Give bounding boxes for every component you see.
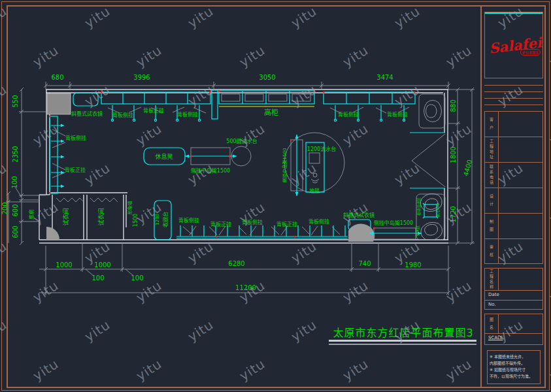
dim-top-3474: 3474 (376, 74, 393, 81)
label-carpet: 地毯 (309, 188, 320, 194)
logo-cyan-strip (485, 12, 543, 14)
island-rack-bottom (369, 228, 422, 239)
corner-sofa-top-right (419, 94, 445, 128)
project-label: 工程名称 (485, 269, 499, 290)
label-side-hang-4: 背板侧挂 (387, 111, 408, 118)
project-cell: 工程名称 Date No. (484, 268, 543, 310)
divider (484, 85, 543, 86)
no-label: No. (488, 302, 496, 307)
label-image-wall: 形象墙 (127, 201, 133, 215)
label-round-table-500: 500圆流水台 (226, 138, 257, 144)
dim-top-3996: 3996 (133, 74, 150, 81)
dim-right-880: 880 (450, 99, 457, 112)
label-fitting-room-2: 试衣间 (97, 208, 105, 225)
label-reception: 接待洽谈区 (416, 197, 422, 216)
label-island-bottom: 侧挂中岛架1500 (374, 220, 413, 226)
cad-floorplan-page: { "watermark": { "text": "yitu" }, "draw… (0, 0, 551, 392)
dim-bottom-100b: 100 (131, 274, 143, 282)
label-front-hang-1: 背板正挂 (143, 107, 164, 114)
label-tall-cabinet: 高柜 (264, 108, 278, 117)
dim-left-2350: 2350 (12, 146, 19, 162)
dim-bottom-6280: 6280 (228, 260, 244, 267)
info-row: 客 户 (485, 112, 543, 137)
label-front-hang-left: 背板正挂 (65, 167, 86, 173)
title-block: Salafei 萨拉菲服饰 客 户 工程地址 联系电话 设 计 制 图 审 核 … (480, 5, 546, 387)
entry-column (47, 93, 71, 114)
logo-cell: Salafei 萨拉菲服饰 (484, 12, 543, 78)
label-side-hang-1: 背板侧挂 (112, 112, 133, 118)
label-fitting-room-1: 试衣间 (62, 208, 69, 225)
label-storage: 库房 (28, 209, 35, 220)
project-row: 工程名称 (485, 269, 543, 291)
note-line: ※ 如图纸与现场尺寸 (490, 367, 538, 373)
label-front-hang-b1: 背板正挂 (210, 221, 231, 227)
dim-left-600a: 600 (12, 204, 19, 216)
info-row-label: 制 图 (485, 214, 499, 238)
date-label: Date (488, 292, 499, 297)
dim-left-600b: 600 (12, 225, 19, 238)
label-side-hang-2: 背板侧挂 (177, 111, 198, 118)
note-line: 内部图纸不得外传。 (490, 360, 538, 367)
note-line: ※ 本图纸未经允许， (490, 353, 538, 360)
dim-left-550: 550 (12, 95, 19, 107)
hatch-strip (212, 90, 218, 119)
dim-bottom-1000b: 1000 (94, 261, 110, 269)
dim-right-1720: 1720 (450, 206, 457, 222)
label-cashier-width: 1200 (155, 214, 160, 225)
info-row: 审 核 (485, 239, 543, 264)
rack-left-wall (50, 116, 65, 193)
dim-bottom-1000a: 1000 (56, 261, 72, 269)
fitting-rooms (46, 198, 118, 240)
note-line: 不符，以现场尺寸为准。 (490, 373, 538, 380)
label-lean-mirror-bottom: 斜靠式试衣镜 (343, 212, 375, 218)
entrance-door-right (410, 133, 445, 188)
dim-bottom-100a: 100 (92, 274, 104, 282)
notes-box: ※ 本图纸未经允许， 内部图纸不得外传。 ※ 如图纸与现场尺寸 不符，以现场尺寸… (487, 350, 541, 384)
label-side-hang-3: 背板侧挂 (338, 111, 359, 118)
label-image-wall-dim: 1500 (133, 214, 139, 227)
label-island-vertical: 侧挂中岛架1500 (282, 148, 288, 183)
label-tea-table: 茶几600 (435, 203, 441, 218)
dim-top-3050: 3050 (259, 74, 275, 81)
info-row-label: 设 计 (485, 188, 499, 213)
info-row: 设 计 (485, 188, 543, 214)
label-side-hang-b2: 背板侧挂 (242, 219, 263, 225)
drawing-title: 太原市东方红店平面布置图3 (330, 324, 476, 340)
info-row-label: 审 核 (485, 239, 499, 264)
info-row: 制 图 (485, 214, 543, 239)
label-side-hang-b3: 背板侧挂 (309, 218, 329, 225)
dim-bottom-1980: 1980 (405, 261, 421, 269)
label-side-hang-left: 背板侧挂 (65, 135, 86, 141)
dim-bottom-total: 11200 (235, 284, 256, 291)
divider (484, 98, 543, 99)
info-row: 工程地址 (485, 137, 543, 163)
sheet-label: 图 名 (485, 314, 499, 333)
dim-right-1800: 1800 (450, 146, 457, 163)
lean-mirror-bottom (348, 220, 375, 242)
carpet-area (284, 133, 344, 196)
scale-label: SCALE (488, 335, 503, 340)
dim-bottom-740: 740 (358, 260, 371, 267)
no-row: No. (485, 301, 543, 310)
divider (484, 91, 543, 92)
date-row: Date (485, 291, 543, 301)
info-row-label: 客 户 (485, 112, 499, 137)
info-row-label: 联系电话 (485, 163, 499, 188)
label-front-hang-b2: 背板正挂 (276, 221, 297, 227)
label-lean-mirror-top: 斜靠式试衣镜 (71, 110, 103, 117)
info-row-label: 工程地址 (485, 137, 499, 162)
info-row: 联系电话 (485, 163, 543, 188)
info-table: 客 户 工程地址 联系电话 设 计 制 图 审 核 (484, 111, 543, 264)
divider (484, 105, 543, 105)
label-leisure: 休闲区 (415, 225, 420, 236)
brand-badge: 萨拉菲服饰 (520, 49, 541, 56)
label-cashier: 收银台 (162, 212, 169, 227)
label-table-1200: 1200流水台 (307, 146, 336, 152)
label-rest-bench: 休息凳 (155, 153, 173, 160)
title-underline-1 (329, 340, 476, 342)
scale-row: SCALE (485, 334, 543, 345)
dim-left-200: 200 (1, 202, 8, 214)
rack-run-bottom (176, 225, 348, 238)
dim-left-100: 100 (11, 176, 18, 188)
title-underline-2 (329, 344, 476, 345)
